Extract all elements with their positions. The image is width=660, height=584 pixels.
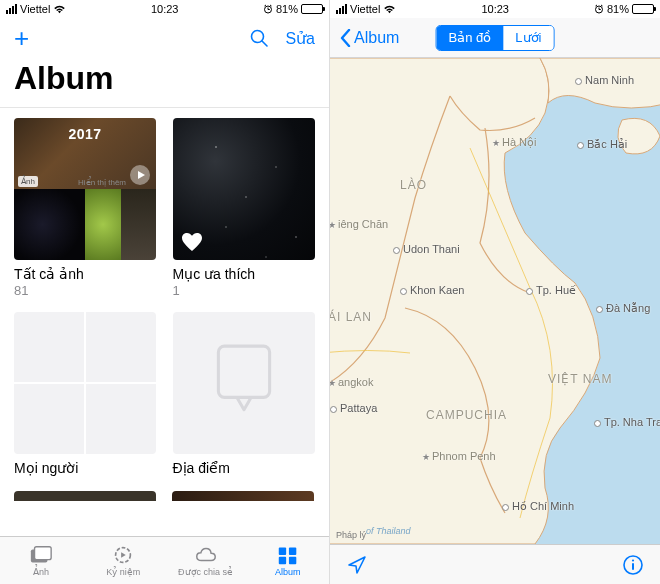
- country-vietnam: VIỆT NAM: [548, 372, 612, 386]
- album-row-peek: [0, 491, 329, 501]
- battery-pct-label: 81%: [276, 3, 298, 15]
- clock-label: 10:23: [151, 3, 179, 15]
- tab-photos[interactable]: Ảnh: [0, 537, 82, 584]
- tab-label: Kỷ niệm: [106, 567, 140, 577]
- clock-label: 10:23: [481, 3, 509, 15]
- signal-bars-icon: [336, 4, 347, 14]
- search-button[interactable]: [249, 28, 269, 48]
- city-nhatrang: Tp. Nha Tra: [594, 416, 660, 428]
- svg-point-14: [632, 559, 634, 561]
- tab-shared[interactable]: Được chia sẻ: [165, 537, 247, 584]
- album-favorites[interactable]: Mục ưa thích 1: [173, 118, 315, 298]
- wifi-icon: [383, 5, 396, 14]
- segment-map[interactable]: Bản đồ: [437, 26, 504, 50]
- city-hue: Tp. Huế: [526, 284, 576, 297]
- status-bar: Viettel 10:23 81%: [0, 0, 329, 18]
- albums-icon: [276, 544, 300, 566]
- phone-places-map: Viettel 10:23 81% Album Bản đồ Lưới: [330, 0, 660, 584]
- tab-label: Được chia sẻ: [178, 567, 233, 577]
- album-people[interactable]: Mọi người: [14, 312, 156, 477]
- map-canvas[interactable]: Nam Ninh Hà Nội Bắc Hải LÀO iêng Chăn Ud…: [330, 58, 660, 544]
- album-count: 81: [14, 283, 156, 298]
- city-bangkok: angkok: [330, 376, 373, 388]
- cloud-icon: [194, 544, 218, 566]
- photos-stack-icon: [29, 544, 53, 566]
- album-label: Mọi người: [14, 460, 156, 476]
- album-label: Địa điểm: [173, 460, 315, 476]
- album-label: Mục ưa thích: [173, 266, 315, 282]
- map-legal-link[interactable]: Pháp lý: [336, 530, 366, 540]
- album-places[interactable]: Địa điểm: [173, 312, 315, 477]
- country-thailand: ÁI LAN: [330, 310, 372, 324]
- carrier-label: Viettel: [20, 3, 50, 15]
- back-label: Album: [354, 29, 399, 47]
- edit-button[interactable]: Sửa: [285, 29, 315, 48]
- svg-line-2: [262, 41, 267, 46]
- svg-rect-15: [632, 563, 634, 570]
- city-khonkaen: Khon Kaen: [400, 284, 464, 296]
- album-grid: 2017 Ảnh Hiển thị thêm Tất cả ảnh 81: [0, 108, 329, 487]
- svg-rect-3: [218, 346, 269, 397]
- map-toolbar: [330, 544, 660, 584]
- city-udon: Udon Thani: [393, 243, 460, 255]
- battery-icon: [632, 4, 654, 14]
- status-bar: Viettel 10:23 81%: [330, 0, 660, 18]
- album-all-photos[interactable]: 2017 Ảnh Hiển thị thêm Tất cả ảnh 81: [14, 118, 156, 298]
- svg-rect-7: [279, 548, 286, 555]
- city-vientiane: iêng Chăn: [330, 218, 388, 230]
- country-cambodia: CAMPUCHIA: [426, 408, 507, 422]
- wifi-icon: [53, 5, 66, 14]
- view-segmented-control: Bản đồ Lưới: [436, 25, 555, 51]
- locate-button[interactable]: [346, 554, 368, 576]
- phone-albums: Viettel 10:23 81% + Sửa Album: [0, 0, 330, 584]
- sea-gulf-thailand: of Thailand: [366, 526, 411, 536]
- map-svg: [330, 58, 660, 544]
- info-button[interactable]: [622, 554, 644, 576]
- tab-label: Album: [275, 567, 301, 577]
- tab-memories[interactable]: Kỷ niệm: [82, 537, 164, 584]
- battery-pct-label: 81%: [607, 3, 629, 15]
- page-title: Album: [0, 58, 329, 107]
- chevron-left-icon: [340, 29, 352, 47]
- carrier-label: Viettel: [350, 3, 380, 15]
- add-album-button[interactable]: +: [14, 25, 29, 51]
- city-danang: Đà Nẵng: [596, 302, 650, 315]
- alarm-icon: [263, 4, 273, 14]
- album-count: 1: [173, 283, 315, 298]
- city-bac-hai: Bắc Hải: [577, 138, 627, 151]
- tab-albums[interactable]: Album: [247, 537, 329, 584]
- svg-rect-5: [35, 547, 52, 560]
- heart-icon: [181, 232, 203, 252]
- svg-rect-8: [289, 548, 296, 555]
- album-label: Tất cả ảnh: [14, 266, 156, 282]
- alarm-icon: [594, 4, 604, 14]
- country-laos: LÀO: [400, 178, 427, 192]
- thumb-caption-right: Hiển thị thêm: [78, 178, 126, 187]
- thumb-caption-left: Ảnh: [18, 176, 38, 187]
- city-pattaya: Pattaya: [330, 402, 377, 414]
- city-hcm: Hồ Chí Minh: [502, 500, 574, 513]
- svg-rect-10: [289, 557, 296, 564]
- signal-bars-icon: [6, 4, 17, 14]
- city-phnompenh: Phnom Penh: [422, 450, 496, 462]
- play-icon: [130, 165, 150, 185]
- memories-icon: [111, 544, 135, 566]
- back-button[interactable]: Album: [340, 29, 399, 47]
- nav-bar: + Sửa: [0, 18, 329, 58]
- svg-rect-9: [279, 557, 286, 564]
- city-hanoi: Hà Nội: [492, 136, 537, 149]
- battery-icon: [301, 4, 323, 14]
- segment-grid[interactable]: Lưới: [503, 26, 553, 50]
- city-nam-ninh: Nam Ninh: [575, 74, 634, 86]
- year-overlay: 2017: [68, 126, 101, 142]
- map-pin-icon: [207, 342, 281, 424]
- tab-bar: Ảnh Kỷ niệm Được chia sẻ Album: [0, 536, 329, 584]
- tab-label: Ảnh: [33, 567, 49, 577]
- nav-bar: Album Bản đồ Lưới: [330, 18, 660, 58]
